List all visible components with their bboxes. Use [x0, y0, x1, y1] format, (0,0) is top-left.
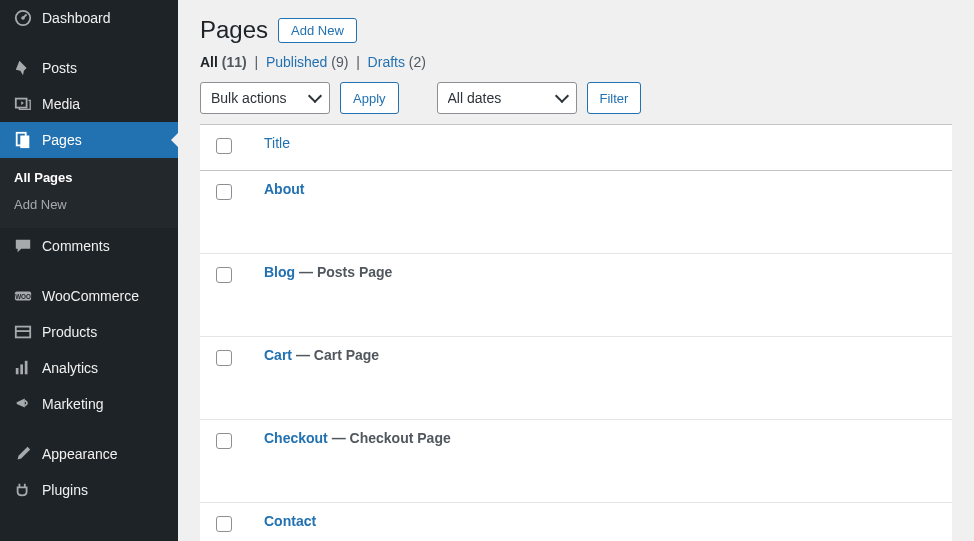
menu-item-products[interactable]: Products: [0, 314, 178, 350]
menu-item-woocommerce[interactable]: WOO WooCommerce: [0, 278, 178, 314]
menu-label: Pages: [42, 132, 82, 148]
table-row: Contact: [200, 503, 952, 542]
svg-text:WOO: WOO: [15, 293, 31, 300]
date-filter-select[interactable]: All dates: [437, 82, 577, 114]
plugin-icon: [12, 481, 34, 499]
apply-button[interactable]: Apply: [340, 82, 399, 114]
menu-item-media[interactable]: Media: [0, 86, 178, 122]
admin-sidebar: Dashboard Posts Media Pages All Pages Ad…: [0, 0, 178, 541]
page-icon: [12, 131, 34, 149]
dashboard-icon: [12, 9, 34, 27]
menu-label: Plugins: [42, 482, 88, 498]
page-link[interactable]: Cart: [264, 347, 292, 363]
menu-item-dashboard[interactable]: Dashboard: [0, 0, 178, 36]
filter-all[interactable]: All (11): [200, 54, 247, 70]
menu-item-marketing[interactable]: Marketing: [0, 386, 178, 422]
media-icon: [12, 95, 34, 113]
row-checkbox[interactable]: [216, 184, 232, 200]
menu-label: Analytics: [42, 360, 98, 376]
main-content: Pages Add New All (11) | Published (9) |…: [178, 0, 974, 541]
analytics-icon: [12, 359, 34, 377]
page-link[interactable]: Blog: [264, 264, 295, 280]
menu-label: Comments: [42, 238, 110, 254]
add-new-button[interactable]: Add New: [278, 18, 357, 43]
row-checkbox[interactable]: [216, 350, 232, 366]
submenu-add-new[interactable]: Add New: [0, 191, 178, 218]
comment-icon: [12, 237, 34, 255]
table-row: Cart — Cart Page: [200, 337, 952, 420]
menu-label: Products: [42, 324, 97, 340]
menu-label: Dashboard: [42, 10, 111, 26]
menu-item-appearance[interactable]: Appearance: [0, 436, 178, 472]
page-state: — Checkout Page: [332, 430, 451, 446]
svg-rect-11: [25, 361, 28, 375]
svg-point-1: [21, 16, 25, 20]
view-filters: All (11) | Published (9) | Drafts (2): [200, 54, 952, 70]
filter-button[interactable]: Filter: [587, 82, 642, 114]
products-icon: [12, 323, 34, 341]
menu-item-plugins[interactable]: Plugins: [0, 472, 178, 508]
table-row: Blog — Posts Page: [200, 254, 952, 337]
woo-icon: WOO: [12, 287, 34, 305]
filter-drafts[interactable]: Drafts (2): [368, 54, 426, 70]
menu-label: Appearance: [42, 446, 118, 462]
menu-item-comments[interactable]: Comments: [0, 228, 178, 264]
filter-published[interactable]: Published (9): [266, 54, 349, 70]
page-state: — Cart Page: [296, 347, 379, 363]
menu-item-posts[interactable]: Posts: [0, 50, 178, 86]
menu-item-analytics[interactable]: Analytics: [0, 350, 178, 386]
menu-label: WooCommerce: [42, 288, 139, 304]
row-checkbox[interactable]: [216, 433, 232, 449]
page-state: — Posts Page: [299, 264, 392, 280]
brush-icon: [12, 445, 34, 463]
row-checkbox[interactable]: [216, 516, 232, 532]
svg-rect-10: [20, 364, 23, 374]
submenu-pages: All Pages Add New: [0, 158, 178, 228]
menu-label: Posts: [42, 60, 77, 76]
page-title: Pages: [200, 16, 268, 44]
page-link[interactable]: Contact: [264, 513, 316, 529]
menu-item-pages[interactable]: Pages: [0, 122, 178, 158]
page-link[interactable]: About: [264, 181, 304, 197]
marketing-icon: [12, 395, 34, 413]
row-checkbox[interactable]: [216, 267, 232, 283]
bulk-actions-select[interactable]: Bulk actions: [200, 82, 330, 114]
select-all-checkbox[interactable]: [216, 138, 232, 154]
column-title[interactable]: Title: [264, 135, 290, 151]
menu-label: Marketing: [42, 396, 103, 412]
pin-icon: [12, 59, 34, 77]
submenu-all-pages[interactable]: All Pages: [0, 164, 178, 191]
svg-rect-4: [20, 136, 29, 149]
pages-table: Title AboutBlog — Posts PageCart — Cart …: [200, 124, 952, 541]
table-row: About: [200, 171, 952, 254]
table-row: Checkout — Checkout Page: [200, 420, 952, 503]
page-link[interactable]: Checkout: [264, 430, 328, 446]
svg-rect-9: [16, 368, 19, 374]
menu-label: Media: [42, 96, 80, 112]
